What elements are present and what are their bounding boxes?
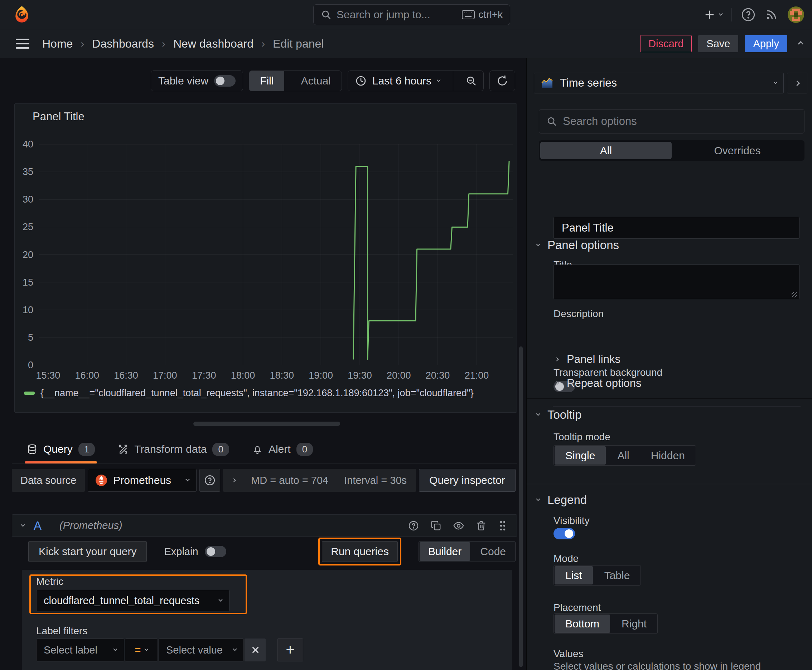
divider <box>568 373 800 373</box>
actual-option[interactable]: Actual <box>290 71 341 91</box>
news-rss-icon[interactable] <box>765 8 778 22</box>
panel-title-input[interactable] <box>554 217 800 239</box>
search-icon <box>546 116 557 127</box>
zoom-out-icon[interactable] <box>459 75 483 86</box>
builder-option[interactable]: Builder <box>420 542 470 561</box>
tab-alert-label: Alert <box>268 443 291 455</box>
breadcrumb-bar: Home › Dashboards › New dashboard › Edit… <box>0 29 812 58</box>
panel-title[interactable]: Panel Title <box>32 110 85 123</box>
chevron-right-icon <box>554 381 559 385</box>
time-series-viz-icon <box>541 76 554 90</box>
fill-actual-switch: Fill Actual <box>249 71 342 91</box>
chevron-right-icon <box>232 478 236 482</box>
datasource-picker[interactable]: Prometheus <box>88 469 197 492</box>
explain-label: Explain <box>164 546 198 558</box>
resize-grip-icon[interactable] <box>792 292 797 298</box>
chevron-down-icon <box>719 12 722 16</box>
add-filter-button[interactable]: + <box>277 638 303 662</box>
discard-button[interactable]: Discard <box>640 35 692 52</box>
grafana-logo[interactable] <box>13 5 31 24</box>
query-help-icon[interactable] <box>408 520 419 531</box>
collapse-query-icon[interactable] <box>21 523 25 526</box>
chevron-down-icon <box>536 497 540 501</box>
code-option[interactable]: Code <box>471 541 515 562</box>
help-icon[interactable] <box>741 7 755 22</box>
disable-query-eye-icon[interactable] <box>453 520 464 531</box>
query-inspector-button[interactable]: Query inspector <box>419 469 515 492</box>
collapse-up-icon[interactable] <box>798 41 804 47</box>
panel-options-header[interactable]: Panel options <box>537 239 619 252</box>
chart-legend[interactable]: {__name__="cloudflared_tunnel_total_requ… <box>24 387 474 399</box>
select-label-dropdown[interactable]: Select label <box>36 638 124 662</box>
horizontal-scrollbar[interactable] <box>193 421 340 426</box>
chevron-down-icon <box>185 477 190 481</box>
panel-links-row[interactable]: Panel links <box>555 353 620 366</box>
refresh-button[interactable] <box>490 71 515 91</box>
run-queries-button[interactable]: Run queries <box>322 541 398 562</box>
legend-visibility-toggle[interactable] <box>554 528 575 540</box>
legend-header[interactable]: Legend <box>537 493 587 507</box>
tab-query[interactable]: Query 1 <box>25 435 97 464</box>
save-button[interactable]: Save <box>698 35 738 52</box>
alert-count-badge: 0 <box>297 443 313 456</box>
query-row-header[interactable]: A (Prometheus) <box>12 514 517 537</box>
time-range-picker[interactable]: Last 6 hours <box>348 75 447 87</box>
apply-button[interactable]: Apply <box>745 35 787 52</box>
query-options-strip[interactable]: MD = auto = 704 Interval = 30s <box>223 469 416 492</box>
tab-transform-label: Transform data <box>134 443 207 455</box>
avatar[interactable] <box>788 7 804 23</box>
label-filter-row: Select label = Select value + <box>36 638 303 662</box>
duplicate-query-icon[interactable] <box>431 520 441 531</box>
operator-dropdown[interactable]: = <box>125 638 158 662</box>
kickstart-query-button[interactable]: Kick start your query <box>28 541 147 562</box>
tab-all[interactable]: All <box>540 142 672 159</box>
query-datasource-hint: (Prometheus) <box>59 520 122 531</box>
breadcrumb-home[interactable]: Home <box>42 37 73 51</box>
visualization-picker[interactable]: Time series <box>534 73 784 93</box>
tab-alert[interactable]: Alert 0 <box>250 435 315 464</box>
delete-query-trash-icon[interactable] <box>476 520 487 531</box>
legend-mode-label: Mode <box>554 553 578 564</box>
options-search-input[interactable]: Search options <box>539 109 805 134</box>
tab-overrides[interactable]: Overrides <box>672 142 803 159</box>
vertical-scrollbar[interactable] <box>519 347 523 667</box>
visualization-name: Time series <box>560 76 617 90</box>
legend-bottom-option[interactable]: Bottom <box>554 614 610 633</box>
table-view-toggle[interactable] <box>214 75 236 86</box>
description-textarea[interactable] <box>554 264 800 299</box>
close-icon <box>251 646 259 654</box>
legend-list-option[interactable]: List <box>554 566 593 584</box>
prometheus-icon <box>95 474 107 486</box>
tab-transform-data[interactable]: Transform data 0 <box>116 435 231 464</box>
tooltip-header[interactable]: Tooltip <box>537 408 581 421</box>
legend-table-option[interactable]: Table <box>593 565 641 585</box>
search-icon <box>321 9 332 20</box>
menu-toggle-icon[interactable] <box>16 39 29 49</box>
remove-filter-button[interactable] <box>244 638 266 662</box>
datasource-help-button[interactable] <box>199 469 220 492</box>
tooltip-single-option[interactable]: Single <box>554 446 606 465</box>
tooltip-hidden-option[interactable]: Hidden <box>640 446 696 465</box>
breadcrumb-new-dashboard[interactable]: New dashboard <box>173 37 253 51</box>
series-label: {__name__="cloudflared_tunnel_total_requ… <box>41 387 474 399</box>
datasource-name: Prometheus <box>113 474 171 486</box>
top-nav: Search or jump to... ctrl+k <box>0 0 812 29</box>
datasource-row: Data source Prometheus MD = auto = 704 I… <box>12 469 515 492</box>
tooltip-all-option[interactable]: All <box>607 446 640 465</box>
breadcrumb-dashboards[interactable]: Dashboards <box>92 37 154 51</box>
description-label: Description <box>554 308 603 320</box>
legend-right-option[interactable]: Right <box>611 614 657 633</box>
chevron-down-icon <box>436 78 441 82</box>
drag-handle-icon[interactable] <box>498 520 507 531</box>
select-value-dropdown[interactable]: Select value <box>159 638 244 662</box>
fill-option[interactable]: Fill <box>249 71 284 91</box>
repeat-options-row[interactable]: Repeat options <box>555 377 642 390</box>
search-input[interactable]: Search or jump to... ctrl+k <box>313 4 510 25</box>
chevron-right-icon <box>554 357 559 361</box>
query-count-badge: 1 <box>78 443 95 456</box>
time-series-chart[interactable] <box>39 144 513 365</box>
chevron-down-icon <box>536 242 540 246</box>
collapse-options-button[interactable] <box>787 73 807 93</box>
add-menu-button[interactable] <box>704 8 722 21</box>
explain-toggle[interactable] <box>205 546 226 557</box>
